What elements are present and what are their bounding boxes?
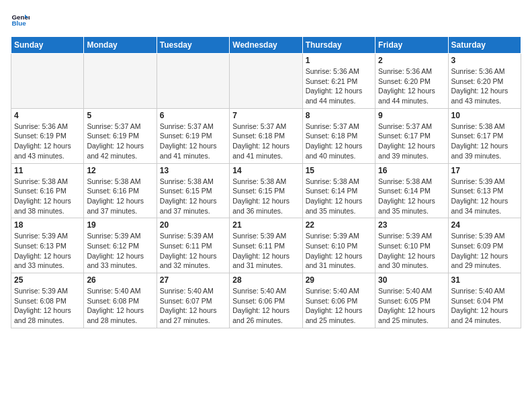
day-info: Sunrise: 5:36 AM Sunset: 6:19 PM Dayligh… (14, 122, 81, 161)
day-number: 3 (451, 56, 518, 65)
day-number: 13 (160, 166, 226, 175)
day-info: Sunrise: 5:39 AM Sunset: 6:13 PM Dayligh… (451, 177, 518, 216)
day-info: Sunrise: 5:38 AM Sunset: 6:16 PM Dayligh… (87, 177, 153, 216)
logo: General Blue (11, 11, 32, 30)
day-info: Sunrise: 5:39 AM Sunset: 6:11 PM Dayligh… (160, 231, 226, 271)
day-number: 2 (378, 56, 445, 65)
day-number: 14 (232, 166, 299, 175)
calendar-cell: 6Sunrise: 5:37 AM Sunset: 6:19 PM Daylig… (157, 108, 229, 163)
calendar-week-row: 1Sunrise: 5:36 AM Sunset: 6:21 PM Daylig… (11, 54, 521, 109)
calendar-week-row: 25Sunrise: 5:39 AM Sunset: 6:08 PM Dayli… (11, 273, 521, 328)
calendar-cell: 9Sunrise: 5:37 AM Sunset: 6:17 PM Daylig… (375, 108, 448, 163)
day-number: 20 (160, 220, 226, 230)
day-number: 8 (306, 111, 372, 120)
day-number: 22 (306, 220, 372, 230)
calendar-cell: 5Sunrise: 5:37 AM Sunset: 6:19 PM Daylig… (84, 108, 157, 163)
day-info: Sunrise: 5:39 AM Sunset: 6:11 PM Dayligh… (232, 231, 299, 271)
day-header-saturday: Saturday (448, 37, 521, 54)
day-info: Sunrise: 5:40 AM Sunset: 6:08 PM Dayligh… (87, 286, 153, 326)
day-number: 18 (14, 220, 81, 230)
day-number: 16 (378, 166, 445, 175)
day-number: 30 (378, 275, 445, 285)
calendar-table: SundayMondayTuesdayWednesdayThursdayFrid… (11, 36, 521, 328)
day-number: 27 (160, 275, 226, 285)
day-info: Sunrise: 5:38 AM Sunset: 6:16 PM Dayligh… (14, 177, 81, 216)
calendar-cell: 26Sunrise: 5:40 AM Sunset: 6:08 PM Dayli… (84, 273, 157, 328)
day-info: Sunrise: 5:37 AM Sunset: 6:18 PM Dayligh… (306, 122, 372, 161)
logo-icon: General Blue (11, 11, 30, 30)
calendar-cell (230, 54, 302, 109)
calendar-cell: 19Sunrise: 5:39 AM Sunset: 6:12 PM Dayli… (84, 218, 157, 273)
calendar-cell: 14Sunrise: 5:38 AM Sunset: 6:15 PM Dayli… (230, 163, 302, 218)
day-info: Sunrise: 5:37 AM Sunset: 6:17 PM Dayligh… (378, 122, 445, 161)
calendar-cell: 30Sunrise: 5:40 AM Sunset: 6:05 PM Dayli… (375, 273, 448, 328)
calendar-cell: 3Sunrise: 5:36 AM Sunset: 6:20 PM Daylig… (448, 54, 521, 109)
calendar-cell: 17Sunrise: 5:39 AM Sunset: 6:13 PM Dayli… (448, 163, 521, 218)
day-info: Sunrise: 5:37 AM Sunset: 6:19 PM Dayligh… (87, 122, 153, 161)
day-header-tuesday: Tuesday (157, 37, 229, 54)
calendar-cell: 4Sunrise: 5:36 AM Sunset: 6:19 PM Daylig… (11, 108, 84, 163)
day-info: Sunrise: 5:38 AM Sunset: 6:15 PM Dayligh… (232, 177, 299, 216)
calendar-cell: 25Sunrise: 5:39 AM Sunset: 6:08 PM Dayli… (11, 273, 84, 328)
calendar-week-row: 18Sunrise: 5:39 AM Sunset: 6:13 PM Dayli… (11, 218, 521, 273)
calendar-cell: 2Sunrise: 5:36 AM Sunset: 6:20 PM Daylig… (375, 54, 448, 109)
day-number: 7 (232, 111, 299, 120)
page-header: General Blue (11, 11, 521, 30)
day-info: Sunrise: 5:37 AM Sunset: 6:18 PM Dayligh… (232, 122, 299, 161)
calendar-header-row: SundayMondayTuesdayWednesdayThursdayFrid… (11, 37, 521, 54)
day-header-monday: Monday (84, 37, 157, 54)
calendar-week-row: 11Sunrise: 5:38 AM Sunset: 6:16 PM Dayli… (11, 163, 521, 218)
day-number: 19 (87, 220, 153, 230)
day-number: 12 (87, 166, 153, 175)
calendar-cell: 18Sunrise: 5:39 AM Sunset: 6:13 PM Dayli… (11, 218, 84, 273)
day-header-friday: Friday (375, 37, 448, 54)
calendar-cell: 21Sunrise: 5:39 AM Sunset: 6:11 PM Dayli… (230, 218, 302, 273)
day-number: 17 (451, 166, 518, 175)
calendar-cell: 16Sunrise: 5:38 AM Sunset: 6:14 PM Dayli… (375, 163, 448, 218)
calendar-cell (157, 54, 229, 109)
day-number: 21 (232, 220, 299, 230)
calendar-cell: 11Sunrise: 5:38 AM Sunset: 6:16 PM Dayli… (11, 163, 84, 218)
day-header-wednesday: Wednesday (230, 37, 302, 54)
calendar-cell: 28Sunrise: 5:40 AM Sunset: 6:06 PM Dayli… (230, 273, 302, 328)
day-number: 9 (378, 111, 445, 120)
day-info: Sunrise: 5:36 AM Sunset: 6:21 PM Dayligh… (306, 66, 372, 106)
calendar-cell: 27Sunrise: 5:40 AM Sunset: 6:07 PM Dayli… (157, 273, 229, 328)
day-info: Sunrise: 5:38 AM Sunset: 6:15 PM Dayligh… (160, 177, 226, 216)
day-number: 6 (160, 111, 226, 120)
calendar-cell (11, 54, 84, 109)
day-info: Sunrise: 5:40 AM Sunset: 6:06 PM Dayligh… (306, 286, 372, 326)
day-info: Sunrise: 5:40 AM Sunset: 6:04 PM Dayligh… (451, 286, 518, 326)
day-info: Sunrise: 5:36 AM Sunset: 6:20 PM Dayligh… (451, 66, 518, 106)
day-number: 10 (451, 111, 518, 120)
svg-text:Blue: Blue (11, 19, 26, 27)
calendar-cell: 8Sunrise: 5:37 AM Sunset: 6:18 PM Daylig… (302, 108, 375, 163)
day-info: Sunrise: 5:39 AM Sunset: 6:09 PM Dayligh… (451, 231, 518, 271)
day-info: Sunrise: 5:36 AM Sunset: 6:20 PM Dayligh… (378, 66, 445, 106)
day-number: 4 (14, 111, 81, 120)
calendar-cell: 22Sunrise: 5:39 AM Sunset: 6:10 PM Dayli… (302, 218, 375, 273)
calendar-cell: 31Sunrise: 5:40 AM Sunset: 6:04 PM Dayli… (448, 273, 521, 328)
day-number: 25 (14, 275, 81, 285)
day-number: 24 (451, 220, 518, 230)
day-info: Sunrise: 5:39 AM Sunset: 6:08 PM Dayligh… (14, 286, 81, 326)
calendar-cell: 7Sunrise: 5:37 AM Sunset: 6:18 PM Daylig… (230, 108, 302, 163)
day-header-sunday: Sunday (11, 37, 84, 54)
day-info: Sunrise: 5:40 AM Sunset: 6:07 PM Dayligh… (160, 286, 226, 326)
day-number: 11 (14, 166, 81, 175)
calendar-cell (84, 54, 157, 109)
day-number: 23 (378, 220, 445, 230)
day-info: Sunrise: 5:40 AM Sunset: 6:05 PM Dayligh… (378, 286, 445, 326)
calendar-cell: 24Sunrise: 5:39 AM Sunset: 6:09 PM Dayli… (448, 218, 521, 273)
day-info: Sunrise: 5:39 AM Sunset: 6:12 PM Dayligh… (87, 231, 153, 271)
day-number: 1 (306, 56, 372, 65)
calendar-cell: 12Sunrise: 5:38 AM Sunset: 6:16 PM Dayli… (84, 163, 157, 218)
day-info: Sunrise: 5:39 AM Sunset: 6:10 PM Dayligh… (306, 231, 372, 271)
day-number: 29 (306, 275, 372, 285)
day-header-thursday: Thursday (302, 37, 375, 54)
day-number: 28 (232, 275, 299, 285)
calendar-cell: 29Sunrise: 5:40 AM Sunset: 6:06 PM Dayli… (302, 273, 375, 328)
day-info: Sunrise: 5:39 AM Sunset: 6:10 PM Dayligh… (378, 231, 445, 271)
calendar-week-row: 4Sunrise: 5:36 AM Sunset: 6:19 PM Daylig… (11, 108, 521, 163)
calendar-cell: 1Sunrise: 5:36 AM Sunset: 6:21 PM Daylig… (302, 54, 375, 109)
